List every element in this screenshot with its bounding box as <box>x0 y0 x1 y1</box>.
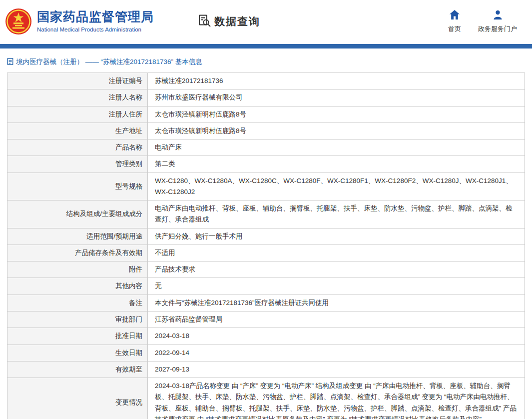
table-row: 型号规格 WX-C1280、WX-C1280A、WX-C1280C、WX-C12… <box>7 173 525 201</box>
table-row: 审批部门 江苏省药品监督管理局 <box>7 312 525 328</box>
row-label: 管理类别 <box>7 156 148 172</box>
row-value: 不适用 <box>148 245 525 261</box>
table-row: 附件 产品技术要求 <box>7 262 525 278</box>
row-label: 型号规格 <box>7 173 148 200</box>
row-value: 苏州市欣盛医疗器械有限公司 <box>148 90 525 106</box>
row-label: 产品名称 <box>7 140 148 156</box>
row-label: 审批部门 <box>7 312 148 328</box>
breadcrumb-text: 境内医疗器械（注册） —— “苏械注准20172181736” 基本信息 <box>16 58 202 66</box>
section-title: 数据查询 <box>198 14 260 30</box>
breadcrumb-doc-icon <box>7 58 13 66</box>
row-value: 太仓市璜泾镇新明村伍鹿路8号 <box>148 123 525 139</box>
nav-home-label: 首页 <box>448 24 461 34</box>
table-row: 注册人名称 苏州市欣盛医疗器械有限公司 <box>7 90 525 106</box>
row-value: WX-C1280、WX-C1280A、WX-C1280C、WX-C1280F、W… <box>148 173 525 200</box>
nav-portal[interactable]: 政务服务门户 <box>478 10 517 34</box>
row-value: 供产妇分娩、施行一般手术用 <box>148 228 525 244</box>
table-row: 注册人住所 太仓市璜泾镇新明村伍鹿路8号 <box>7 106 525 123</box>
org-name-en: National Medical Products Administration <box>37 26 154 33</box>
row-value: 2022-09-14 <box>148 345 525 361</box>
table-row: 生产地址 太仓市璜泾镇新明村伍鹿路8号 <box>7 123 525 140</box>
breadcrumb: 境内医疗器械（注册） —— “苏械注准20172181736” 基本信息 <box>0 58 532 66</box>
row-value: 第二类 <box>148 156 525 172</box>
row-value: 2024-03-18产品名称变更 由 “产床” 变更为 “电动产床” 结构及组成… <box>148 378 525 419</box>
nav-portal-label: 政务服务门户 <box>478 24 517 34</box>
brand: 国家药品监督管理局 National Medical Products Admi… <box>5 8 154 35</box>
registration-info-table: 注册证编号 苏械注准20172181736 注册人名称 苏州市欣盛医疗器械有限公… <box>7 72 525 419</box>
row-value: 电动产床由电动推杆、背板、座板、辅助台、搁臂板、托腿架、扶手、床垫、防水垫、污物… <box>148 200 525 228</box>
table-row: 结构及组成/主要组成成分 电动产床由电动推杆、背板、座板、辅助台、搁臂板、托腿架… <box>7 200 525 228</box>
row-value: 太仓市璜泾镇新明村伍鹿路8号 <box>148 106 525 122</box>
row-label: 备注 <box>7 295 148 311</box>
row-label: 适用范围/预期用途 <box>7 228 148 244</box>
section-title-text: 数据查询 <box>214 14 260 28</box>
table-row: 批准日期 2024-03-18 <box>7 328 525 344</box>
table-row: 备注 本文件与“苏械注准20172181736”医疗器械注册证共同使用 <box>7 295 525 312</box>
national-emblem-logo <box>5 8 32 35</box>
row-label: 附件 <box>7 262 148 278</box>
row-label: 生产地址 <box>7 123 148 139</box>
row-label: 注册证编号 <box>7 73 148 89</box>
table-row: 有效期至 2027-09-13 <box>7 362 525 378</box>
row-label: 产品储存条件及有效期 <box>7 245 148 261</box>
home-icon <box>450 10 460 22</box>
row-value: 无 <box>148 278 525 294</box>
row-label: 变更情况 <box>7 378 148 419</box>
table-row: 管理类别 第二类 <box>7 156 525 172</box>
row-value: 2024-03-18 <box>148 328 525 344</box>
row-label: 批准日期 <box>7 328 148 344</box>
row-label: 有效期至 <box>7 362 148 378</box>
table-row: 产品名称 电动产床 <box>7 140 525 156</box>
nav-home[interactable]: 首页 <box>448 10 461 34</box>
table-row: 产品储存条件及有效期 不适用 <box>7 245 525 262</box>
row-value: 苏械注准20172181736 <box>148 73 525 89</box>
table-row: 生效日期 2022-09-14 <box>7 345 525 362</box>
row-label: 注册人名称 <box>7 90 148 106</box>
table-row: 注册证编号 苏械注准20172181736 <box>7 73 525 90</box>
header-divider-bar <box>0 44 532 48</box>
brand-text: 国家药品监督管理局 National Medical Products Admi… <box>37 10 154 32</box>
org-name-cn: 国家药品监督管理局 <box>37 10 154 24</box>
row-value: 产品技术要求 <box>148 262 525 278</box>
table-row: 适用范围/预期用途 供产妇分娩、施行一般手术用 <box>7 228 525 245</box>
table-row: 其他内容 无 <box>7 278 525 294</box>
row-value: 电动产床 <box>148 140 525 156</box>
person-icon <box>493 10 503 22</box>
row-label: 结构及组成/主要组成成分 <box>7 200 148 228</box>
table-row: 变更情况 2024-03-18产品名称变更 由 “产床” 变更为 “电动产床” … <box>7 378 525 419</box>
row-value: 江苏省药品监督管理局 <box>148 312 525 328</box>
site-header: 国家药品监督管理局 National Medical Products Admi… <box>0 0 532 44</box>
header-nav: 首页 政务服务门户 <box>448 10 524 34</box>
row-label: 生效日期 <box>7 345 148 361</box>
data-query-icon <box>198 14 211 30</box>
row-value: 2027-09-13 <box>148 362 525 378</box>
row-label: 其他内容 <box>7 278 148 294</box>
row-value: 本文件与“苏械注准20172181736”医疗器械注册证共同使用 <box>148 295 525 311</box>
row-label: 注册人住所 <box>7 106 148 122</box>
